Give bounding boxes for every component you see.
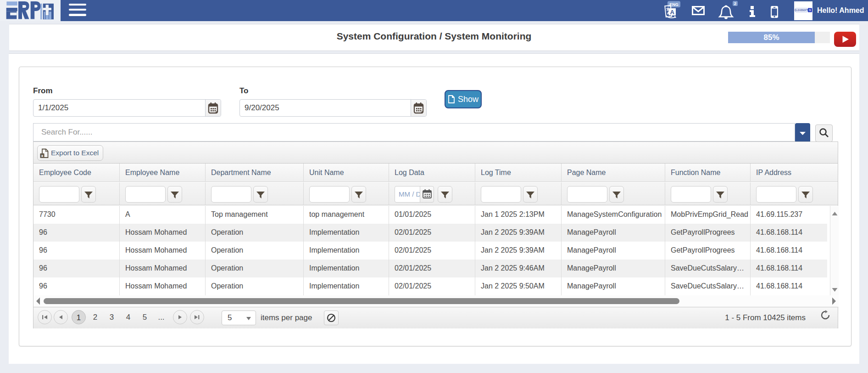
svg-text:2: 2 [734,1,736,6]
svg-text:A: A [670,9,675,16]
svg-text:x: x [41,153,43,158]
svg-text:CLOUDSOFT: CLOUDSOFT [795,9,808,11]
svg-text:S: S [809,9,811,11]
